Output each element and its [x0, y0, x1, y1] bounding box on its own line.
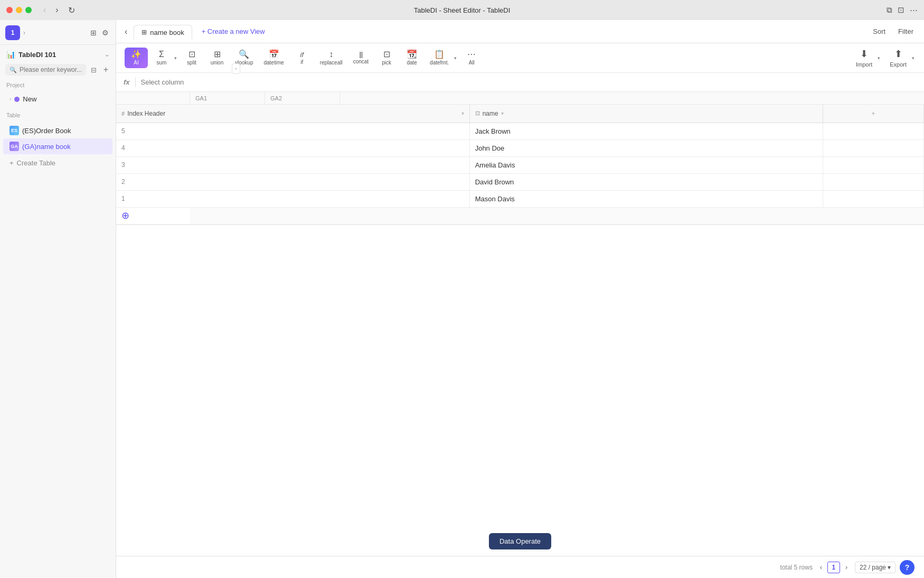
cell-name[interactable]: Amelia Davis — [469, 156, 823, 173]
col-add-btn[interactable]: + — [823, 105, 923, 123]
sidebar-view-btn[interactable]: ⊞ — [89, 27, 98, 39]
window-title: TableDI - Sheet Editor - TableDI — [414, 6, 511, 14]
back-button[interactable]: ‹ — [41, 4, 48, 16]
name-filter-icon[interactable]: ▾ — [501, 110, 504, 116]
sidebar-icon[interactable]: 1 — [5, 25, 20, 40]
page-prev-btn[interactable]: ‹ — [817, 562, 825, 573]
export-label: Export — [890, 61, 907, 68]
create-table-label: Create Table — [17, 159, 55, 167]
table-section-label: Table — [0, 108, 116, 120]
export-dropdown-btn[interactable]: ▾ — [911, 54, 916, 62]
export-btn[interactable]: ⬆ Export — [885, 45, 911, 70]
search-input[interactable] — [20, 66, 82, 73]
page-next-btn[interactable]: › — [842, 562, 851, 573]
tool-all-btn[interactable]: ⋯ All — [460, 48, 483, 68]
col-group-ga1: GA1 — [190, 92, 265, 104]
index-sort-icon[interactable]: ▾ — [461, 110, 464, 116]
tab-label: name book — [150, 29, 184, 36]
grid-scroll[interactable]: GA1 GA2 # Index Header ▾ — [116, 92, 924, 556]
data-operate-btn[interactable]: Data Operate — [489, 533, 551, 549]
tool-date-btn[interactable]: 📆 date — [400, 48, 423, 68]
tool-datefmt-btn[interactable]: 📋 datefmt. — [426, 48, 453, 68]
tool-if-btn[interactable]: if if — [290, 49, 314, 68]
table-item-namebook[interactable]: GA (GA)name book — [3, 138, 112, 154]
filter-btn[interactable]: Filter — [894, 25, 918, 38]
sort-btn[interactable]: Sort — [869, 25, 890, 38]
tool-ai-btn[interactable]: ✨ AI — [125, 48, 148, 68]
table-item-orderbook[interactable]: ES (ES)Order Book — [3, 123, 112, 138]
col-header-index[interactable]: # Index Header ▾ — [116, 105, 469, 123]
page-size-select[interactable]: 22 / page ▾ — [855, 562, 895, 573]
cell-index[interactable]: 4 — [116, 139, 469, 156]
ga-badge-icon: GA — [10, 142, 19, 151]
window-expand-button[interactable]: ⊡ — [898, 5, 904, 15]
datetime-icon: 📅 — [269, 50, 279, 59]
tool-sum-btn[interactable]: Σ sum — [150, 48, 173, 68]
table-item-orderbook-label: (ES)Order Book — [22, 127, 71, 135]
search-wrap: 🔍 — [5, 64, 86, 76]
cell-name[interactable]: David Brown — [469, 173, 823, 190]
col-header-name[interactable]: ⊡ name ▾ — [469, 105, 823, 123]
col-group-empty — [116, 92, 190, 104]
navigation-buttons: ‹ › ↻ — [41, 4, 77, 16]
cell-index[interactable]: 3 — [116, 156, 469, 173]
tab-namebook[interactable]: ⊞ name book — [134, 25, 192, 40]
import-btn[interactable]: ⬇ Import — [852, 45, 876, 70]
close-button[interactable] — [6, 7, 13, 13]
create-table-btn[interactable]: + Create Table — [3, 156, 112, 170]
formula-divider — [135, 78, 136, 87]
refresh-button[interactable]: ↻ — [66, 4, 77, 16]
cell-index[interactable]: 5 — [116, 123, 469, 139]
tool-union-btn[interactable]: ⊞ union — [205, 48, 229, 68]
search-filter-btn[interactable]: ⊟ — [89, 64, 98, 76]
workspace-row[interactable]: 📊 TableDI 101 ⌄ — [0, 45, 116, 62]
main-content: ‹ ⊞ name book + Create a new View Sort F… — [116, 20, 924, 578]
table-header-row: # Index Header ▾ ⊡ name ▾ — [116, 105, 924, 123]
workspace-chevron-icon[interactable]: ⌄ — [105, 51, 109, 58]
import-dropdown-btn[interactable]: ▾ — [876, 54, 881, 62]
sum-dropdown-btn[interactable]: ▾ — [173, 54, 178, 62]
cell-name[interactable]: Jack Brown — [469, 123, 823, 139]
tool-replaceall-btn[interactable]: ↕ replaceall — [316, 48, 347, 68]
search-row: 🔍 ⊟ + — [0, 62, 116, 78]
table-row: 2David Brown — [116, 173, 924, 190]
search-icon: 🔍 — [10, 67, 17, 73]
page-number[interactable]: 1 — [827, 562, 840, 573]
cell-index[interactable]: 1 — [116, 190, 469, 207]
formula-input[interactable] — [141, 78, 917, 86]
window-more-button[interactable]: ⋯ — [910, 5, 918, 15]
es-badge-icon: ES — [10, 126, 19, 135]
table-row: 1Mason Davis — [116, 190, 924, 207]
cell-name[interactable]: Mason Davis — [469, 190, 823, 207]
tool-split-btn[interactable]: ⊡ split — [180, 48, 203, 68]
add-row-icon: ⊕ — [121, 210, 129, 221]
sidebar-expand-btn[interactable]: › — [23, 29, 25, 36]
collapse-sidebar-btn[interactable]: ‹ — [232, 63, 240, 74]
cell-name[interactable]: John Doe — [469, 139, 823, 156]
cell-empty — [823, 190, 923, 207]
tool-concat-btn[interactable]: ||| concat — [349, 49, 373, 67]
window-pip-button[interactable]: ⧉ — [887, 5, 892, 15]
project-item-new[interactable]: › New — [3, 92, 112, 106]
minimize-button[interactable] — [16, 7, 22, 13]
tool-datetime-btn[interactable]: 📅 datetime — [259, 48, 288, 68]
table-body: 5Jack Brown4John Doe3Amelia Davis2David … — [116, 123, 924, 207]
tool-pick-btn[interactable]: ⊡ pick — [375, 48, 398, 68]
forward-button[interactable]: › — [53, 4, 60, 16]
new-view-btn[interactable]: + Create a new View — [196, 25, 270, 38]
cell-index[interactable]: 2 — [116, 173, 469, 190]
tool-date-label: date — [407, 60, 417, 66]
maximize-button[interactable] — [25, 7, 32, 13]
union-icon: ⊞ — [214, 50, 221, 59]
export-group: ⬆ Export ▾ — [885, 45, 916, 70]
add-row-btn[interactable]: ⊕ — [116, 208, 190, 225]
col-index-label: Index Header — [127, 110, 165, 117]
project-item-label: New — [23, 95, 36, 103]
datefmt-dropdown-btn[interactable]: ▾ — [453, 54, 458, 62]
search-add-btn[interactable]: + — [101, 64, 110, 76]
tab-back-btn[interactable]: ‹ — [122, 25, 129, 39]
sum-icon: Σ — [159, 50, 164, 59]
help-btn[interactable]: ? — [900, 560, 914, 575]
project-section: › New — [0, 90, 116, 108]
sidebar-settings-btn[interactable]: ⚙ — [100, 27, 110, 39]
